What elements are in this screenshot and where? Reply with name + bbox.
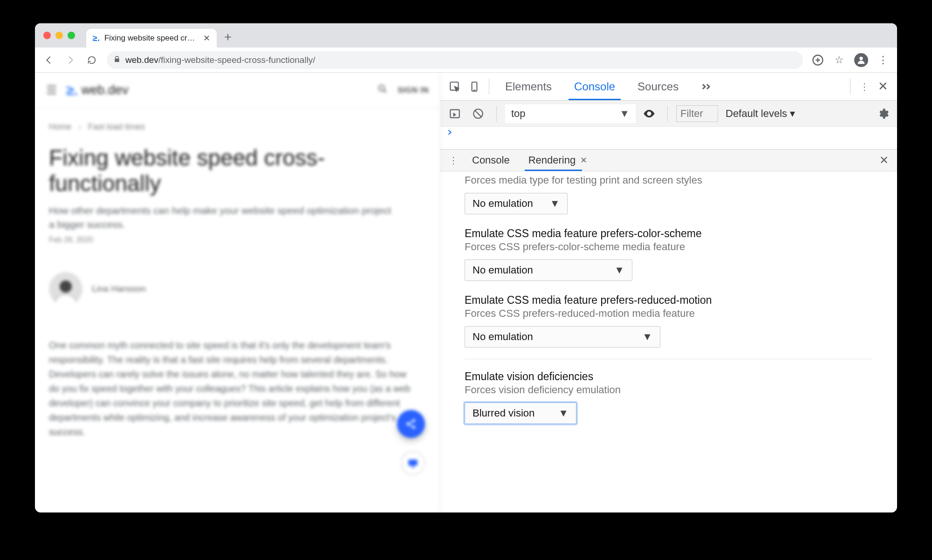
clear-console-icon[interactable]	[468, 104, 488, 123]
menu-button[interactable]: ⋮	[877, 54, 890, 67]
tab-close-icon[interactable]: ✕	[203, 33, 210, 43]
prefers-reduced-motion-select[interactable]: No emulation▼	[465, 326, 660, 348]
publish-date: Feb 28, 2020	[49, 236, 426, 244]
devtools-panel: Elements Console Sources ⋮ ✕	[440, 73, 897, 512]
tab-console[interactable]: Console	[563, 73, 626, 100]
device-toolbar-icon[interactable]	[465, 77, 484, 96]
address-bar[interactable]: web.dev/fixing-website-speed-cross-funct…	[107, 51, 803, 69]
section-desc: Forces CSS prefers-color-scheme media fe…	[465, 241, 873, 253]
browser-window: ≥. Fixing website speed cross-fun… ✕ ＋	[35, 23, 897, 512]
logo-icon: ≥.	[66, 82, 78, 98]
console-prompt[interactable]	[440, 127, 897, 149]
share-fab[interactable]	[397, 410, 425, 438]
rendering-panel: Forces media type for testing print and …	[440, 171, 897, 512]
log-levels-select[interactable]: Default levels ▾	[726, 108, 795, 120]
svg-point-1	[859, 56, 863, 60]
forward-button[interactable]	[64, 54, 77, 67]
page-subtitle: How other departments can help make your…	[49, 204, 394, 231]
back-button[interactable]	[42, 54, 55, 67]
section-title: Emulate vision deficiencies	[465, 370, 873, 383]
section-title: Emulate CSS media feature prefers-color-…	[465, 227, 873, 240]
url-text: web.dev/fixing-website-speed-cross-funct…	[125, 55, 315, 65]
tab-overflow[interactable]	[690, 73, 723, 100]
tab-sources[interactable]: Sources	[626, 73, 690, 100]
drawer-tab-console[interactable]: Console	[463, 150, 519, 171]
install-button[interactable]	[811, 54, 824, 67]
divider	[465, 359, 873, 359]
site-header: ☰ ≥. web.dev SIGN IN	[35, 73, 440, 108]
devtools-menu-icon[interactable]: ⋮	[855, 81, 874, 92]
site-name: web.dev	[82, 83, 129, 97]
section-desc: Forces vision deficiency emulation	[465, 384, 873, 396]
search-icon[interactable]	[377, 83, 388, 97]
author-avatar	[49, 272, 82, 306]
breadcrumb: Home › Fast load times	[49, 122, 426, 132]
feedback-fab[interactable]	[401, 451, 425, 475]
crumb-section[interactable]: Fast load times	[88, 122, 145, 131]
section-desc: Forces media type for testing print and …	[465, 174, 873, 186]
drawer-tabs: ⋮ Console Rendering ✕ ✕	[440, 149, 897, 171]
article-body: One common myth connected to site speed …	[49, 338, 412, 439]
window-controls	[43, 32, 75, 39]
menu-icon[interactable]: ☰	[46, 83, 57, 97]
maximize-window-button[interactable]	[68, 32, 75, 39]
drawer-tab-rendering[interactable]: Rendering	[519, 150, 585, 171]
prefers-color-scheme-select[interactable]: No emulation▼	[465, 260, 632, 281]
drawer-close-icon[interactable]: ✕	[875, 154, 893, 167]
svg-rect-6	[408, 459, 418, 465]
profile-avatar[interactable]	[854, 53, 868, 67]
minimize-window-button[interactable]	[55, 32, 63, 39]
author-name: Lina Hansson	[92, 284, 146, 294]
close-window-button[interactable]	[43, 32, 51, 39]
devtools-close-icon[interactable]: ✕	[874, 79, 892, 94]
section-title: Emulate CSS media feature prefers-reduce…	[465, 294, 873, 307]
tab-title: Fixing website speed cross-fun…	[104, 34, 199, 43]
toolbar: web.dev/fixing-website-speed-cross-funct…	[35, 48, 897, 73]
drawer-menu-icon[interactable]: ⋮	[444, 155, 463, 166]
lock-icon	[113, 55, 121, 65]
signin-button[interactable]: SIGN IN	[397, 86, 429, 95]
reload-button[interactable]	[85, 54, 98, 67]
media-type-select[interactable]: No emulation▼	[465, 193, 568, 214]
vision-deficiency-select[interactable]: Blurred vision▼	[465, 403, 576, 424]
crumb-home[interactable]: Home	[49, 122, 71, 131]
tab-favicon-icon: ≥.	[93, 34, 100, 43]
console-filter-input[interactable]	[676, 105, 718, 122]
new-tab-button[interactable]: ＋	[220, 29, 235, 44]
page-title: Fixing website speed cross-functionally	[49, 145, 426, 196]
live-expression-icon[interactable]	[639, 104, 659, 123]
context-select[interactable]: top▼	[505, 104, 636, 123]
bookmark-button[interactable]: ☆	[833, 54, 846, 67]
browser-tab[interactable]: ≥. Fixing website speed cross-fun… ✕	[86, 29, 217, 48]
console-sidebar-toggle-icon[interactable]	[445, 104, 465, 123]
devtools-toolbar: Elements Console Sources ⋮ ✕	[440, 73, 897, 101]
author-block: Lina Hansson	[49, 272, 426, 306]
page-viewport: ☰ ≥. web.dev SIGN IN Home › Fast	[35, 73, 440, 512]
section-desc: Forces CSS prefers-reduced-motion media …	[465, 307, 873, 320]
tab-elements[interactable]: Elements	[494, 73, 563, 100]
inspect-element-icon[interactable]	[445, 77, 465, 96]
console-toolbar: top▼ Default levels ▾	[440, 101, 897, 127]
svg-point-2	[379, 85, 384, 91]
tab-strip: ≥. Fixing website speed cross-fun… ✕ ＋	[35, 23, 897, 48]
site-logo[interactable]: ≥. web.dev	[66, 82, 128, 98]
console-settings-icon[interactable]	[874, 104, 892, 123]
